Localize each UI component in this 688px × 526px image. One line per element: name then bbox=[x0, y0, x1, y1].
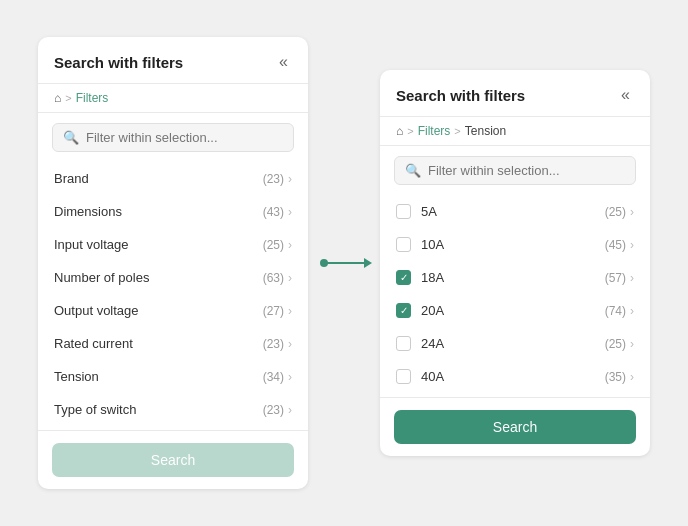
filter-label-6: Tension bbox=[54, 369, 99, 384]
filter-label-5: Rated current bbox=[54, 336, 133, 351]
filter-item[interactable]: Dimensions (43) › bbox=[38, 195, 308, 228]
checkbox-count-4: (25) bbox=[605, 337, 626, 351]
checkbox-2[interactable] bbox=[396, 270, 411, 285]
right-panel: Search with filters « ⌂ > Filters > Tens… bbox=[380, 70, 650, 456]
checkbox-label-5: 40A bbox=[421, 369, 444, 384]
left-search-bar: 🔍 bbox=[52, 123, 294, 152]
filter-item-left-6: Tension bbox=[54, 369, 99, 384]
checkbox-4[interactable] bbox=[396, 336, 411, 351]
arrow-connector bbox=[324, 262, 364, 264]
checkbox-item[interactable]: 24A (25) › bbox=[380, 327, 650, 360]
chevron-right-cb-icon-1: › bbox=[630, 238, 634, 252]
chevron-right-icon-4: › bbox=[288, 304, 292, 318]
chevron-right-icon-1: › bbox=[288, 205, 292, 219]
right-search-bar: 🔍 bbox=[394, 156, 636, 185]
checkbox-label-4: 24A bbox=[421, 336, 444, 351]
chevron-right-cb-icon-4: › bbox=[630, 337, 634, 351]
filter-item[interactable]: Input voltage (25) › bbox=[38, 228, 308, 261]
filter-item-left-1: Dimensions bbox=[54, 204, 122, 219]
checkbox-label-1: 10A bbox=[421, 237, 444, 252]
checkbox-item[interactable]: 18A (57) › bbox=[380, 261, 650, 294]
chevron-right-cb-icon-3: › bbox=[630, 304, 634, 318]
filter-item[interactable]: Rated current (23) › bbox=[38, 327, 308, 360]
left-breadcrumb: ⌂ > Filters bbox=[38, 84, 308, 113]
breadcrumb-sep-left: > bbox=[65, 92, 71, 104]
filter-label-0: Brand bbox=[54, 171, 89, 186]
filter-item-right-1: (43) › bbox=[263, 205, 292, 219]
chevron-right-icon-2: › bbox=[288, 238, 292, 252]
breadcrumb-sep1-right: > bbox=[407, 125, 413, 137]
checkbox-item[interactable]: 10A (45) › bbox=[380, 228, 650, 261]
filter-label-7: Type of switch bbox=[54, 402, 136, 417]
checkbox-count-3: (74) bbox=[605, 304, 626, 318]
left-panel-footer: Search bbox=[38, 430, 308, 489]
chevron-right-icon-0: › bbox=[288, 172, 292, 186]
chevron-right-icon-7: › bbox=[288, 403, 292, 417]
checkbox-count-5: (35) bbox=[605, 370, 626, 384]
home-icon-left: ⌂ bbox=[54, 91, 61, 105]
filter-count-2: (25) bbox=[263, 238, 284, 252]
checkbox-0[interactable] bbox=[396, 204, 411, 219]
arrow-head bbox=[364, 258, 372, 268]
filter-item-left-0: Brand bbox=[54, 171, 89, 186]
filter-item-right-5: (23) › bbox=[263, 337, 292, 351]
right-collapse-button[interactable]: « bbox=[617, 84, 634, 106]
checkbox-label-3: 20A bbox=[421, 303, 444, 318]
right-checkbox-list: 5A (25) › 10A (45) › 18A (57) › 20A (74) bbox=[380, 191, 650, 397]
left-filter-list: Brand (23) › Dimensions (43) › Input vol… bbox=[38, 158, 308, 430]
filter-item-left-3: Number of poles bbox=[54, 270, 149, 285]
filter-item-left-2: Input voltage bbox=[54, 237, 128, 252]
filter-count-0: (23) bbox=[263, 172, 284, 186]
filter-item[interactable]: Type of switch (23) › bbox=[38, 393, 308, 426]
filter-count-4: (27) bbox=[263, 304, 284, 318]
filter-item[interactable]: Tension (34) › bbox=[38, 360, 308, 393]
checkbox-right-4: (25) › bbox=[605, 337, 634, 351]
filter-count-6: (34) bbox=[263, 370, 284, 384]
filter-item-right-3: (63) › bbox=[263, 271, 292, 285]
checkbox-count-0: (25) bbox=[605, 205, 626, 219]
filter-count-1: (43) bbox=[263, 205, 284, 219]
checkbox-3[interactable] bbox=[396, 303, 411, 318]
filter-count-5: (23) bbox=[263, 337, 284, 351]
filter-item[interactable]: Number of poles (63) › bbox=[38, 261, 308, 294]
left-search-button[interactable]: Search bbox=[52, 443, 294, 477]
right-search-button[interactable]: Search bbox=[394, 410, 636, 444]
checkbox-item[interactable]: 40A (35) › bbox=[380, 360, 650, 393]
left-collapse-button[interactable]: « bbox=[275, 51, 292, 73]
checkbox-item[interactable]: 20A (74) › bbox=[380, 294, 650, 327]
checkbox-left-0: 5A bbox=[396, 204, 437, 219]
left-filter-input[interactable] bbox=[86, 130, 283, 145]
breadcrumb-filters-left[interactable]: Filters bbox=[76, 91, 109, 105]
right-panel-title: Search with filters bbox=[396, 87, 525, 104]
left-panel-title: Search with filters bbox=[54, 54, 183, 71]
home-icon-right: ⌂ bbox=[396, 124, 403, 138]
checkbox-count-1: (45) bbox=[605, 238, 626, 252]
checkbox-left-1: 10A bbox=[396, 237, 444, 252]
checkbox-left-4: 24A bbox=[396, 336, 444, 351]
checkbox-right-3: (74) › bbox=[605, 304, 634, 318]
checkbox-label-2: 18A bbox=[421, 270, 444, 285]
checkbox-left-2: 18A bbox=[396, 270, 444, 285]
right-panel-footer: Search bbox=[380, 397, 650, 456]
filter-count-7: (23) bbox=[263, 403, 284, 417]
breadcrumb-filters-right[interactable]: Filters bbox=[418, 124, 451, 138]
filter-item[interactable]: Output voltage (27) › bbox=[38, 294, 308, 327]
filter-count-3: (63) bbox=[263, 271, 284, 285]
arrow-line bbox=[324, 262, 364, 264]
filter-item[interactable]: Brand (23) › bbox=[38, 162, 308, 195]
right-filter-input[interactable] bbox=[428, 163, 625, 178]
filter-label-4: Output voltage bbox=[54, 303, 139, 318]
checkbox-5[interactable] bbox=[396, 369, 411, 384]
filter-item-right-2: (25) › bbox=[263, 238, 292, 252]
chevron-right-icon-3: › bbox=[288, 271, 292, 285]
left-panel-header: Search with filters « bbox=[38, 37, 308, 84]
chevron-right-icon-5: › bbox=[288, 337, 292, 351]
filter-item-left-5: Rated current bbox=[54, 336, 133, 351]
checkbox-right-5: (35) › bbox=[605, 370, 634, 384]
checkbox-item[interactable]: 5A (25) › bbox=[380, 195, 650, 228]
filter-item-right-6: (34) › bbox=[263, 370, 292, 384]
filter-label-3: Number of poles bbox=[54, 270, 149, 285]
chevron-right-cb-icon-2: › bbox=[630, 271, 634, 285]
checkbox-1[interactable] bbox=[396, 237, 411, 252]
right-panel-header: Search with filters « bbox=[380, 70, 650, 117]
